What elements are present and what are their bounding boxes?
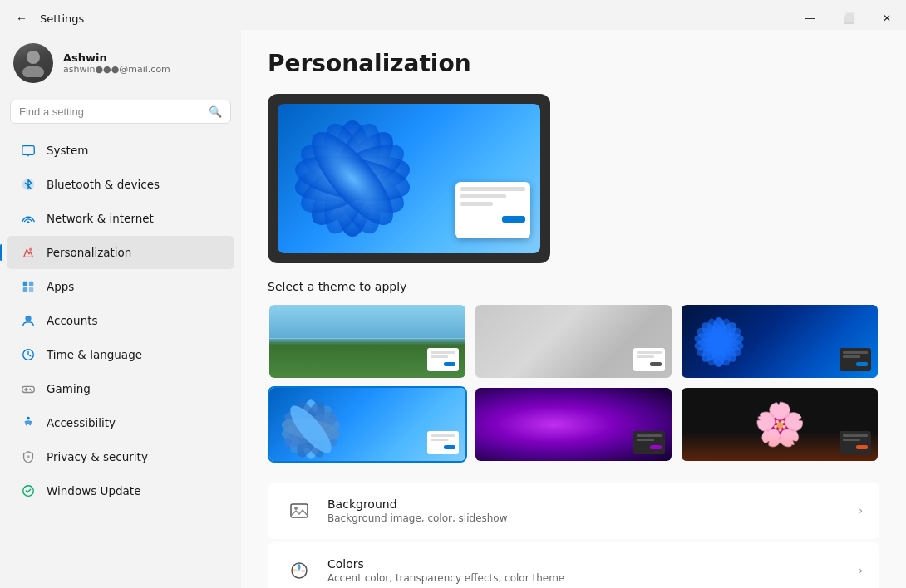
- nav-label-update: Windows Update: [47, 484, 140, 497]
- nav-accessibility[interactable]: Accessibility: [7, 406, 234, 439]
- titlebar-left: ← Settings: [0, 7, 84, 30]
- theme-gray[interactable]: [474, 303, 673, 380]
- svg-point-19: [27, 417, 30, 420]
- nav-label-privacy: Privacy & security: [47, 450, 148, 463]
- update-icon: [20, 483, 37, 499]
- user-section: Ashwin ashwin●●●@mail.com: [0, 37, 241, 96]
- main-content: Personalization: [241, 30, 906, 588]
- restore-button[interactable]: ⬜: [830, 5, 868, 32]
- window-controls: — ⬜ ✕: [791, 5, 906, 32]
- background-chevron: ›: [859, 505, 863, 517]
- bloom-decoration: [278, 104, 436, 253]
- user-name: Ashwin: [63, 51, 170, 64]
- svg-point-18: [31, 390, 32, 391]
- settings-background[interactable]: Background Background image, color, slid…: [268, 483, 879, 539]
- colors-subtitle: Accent color, transparency effects, colo…: [327, 572, 845, 584]
- colors-text: Colors Accent color, transparency effect…: [327, 557, 845, 584]
- preview-line-1: [460, 187, 525, 191]
- accounts-icon: [20, 312, 37, 329]
- avatar: [13, 43, 53, 83]
- nav-personalization[interactable]: Personalization: [7, 236, 234, 269]
- gray-window: [633, 348, 665, 371]
- nav-label-system: System: [47, 144, 88, 157]
- avatar-image: [13, 43, 53, 83]
- svg-point-7: [29, 248, 32, 252]
- themes-grid: 🌸: [268, 303, 879, 463]
- nav-privacy[interactable]: Privacy & security: [7, 440, 234, 473]
- user-email: ashwin●●●@mail.com: [63, 64, 170, 75]
- svg-point-17: [29, 389, 31, 390]
- search-input[interactable]: [19, 105, 202, 118]
- nav-network[interactable]: Network & internet: [7, 202, 234, 235]
- nav-label-accessibility: Accessibility: [47, 416, 116, 429]
- blue-dark-window: [840, 348, 871, 371]
- svg-rect-11: [29, 287, 33, 292]
- background-title: Background: [327, 497, 845, 511]
- theme-flowers[interactable]: 🌸: [680, 386, 879, 463]
- purple-window: [633, 431, 665, 454]
- back-button[interactable]: ←: [10, 7, 33, 30]
- accessibility-icon: [20, 414, 37, 431]
- sidebar: Ashwin ashwin●●●@mail.com 🔍 System Blue: [0, 30, 241, 588]
- page-title: Personalization: [268, 50, 879, 77]
- gaming-icon: [20, 380, 37, 397]
- nav-label-apps: Apps: [47, 280, 74, 293]
- nav-gaming[interactable]: Gaming: [7, 372, 234, 405]
- user-info: Ashwin ashwin●●●@mail.com: [63, 51, 170, 75]
- theme-purple[interactable]: [474, 386, 673, 463]
- theme-blue-dark[interactable]: [680, 303, 879, 380]
- nav-accounts[interactable]: Accounts: [7, 304, 234, 337]
- colors-icon: [284, 556, 314, 586]
- background-icon: [284, 496, 314, 526]
- svg-point-50: [294, 507, 298, 510]
- landscape-window: [427, 348, 459, 371]
- settings-colors[interactable]: Colors Accent color, transparency effect…: [268, 542, 879, 588]
- search-icon: 🔍: [209, 105, 222, 118]
- preview-line-2: [460, 194, 506, 198]
- theme-section-label: Select a theme to apply: [268, 280, 879, 293]
- svg-point-0: [27, 51, 40, 64]
- background-text: Background Background image, color, slid…: [327, 497, 845, 524]
- svg-rect-9: [29, 282, 33, 286]
- theme-preview: [268, 94, 550, 263]
- flowers-window: [840, 431, 871, 454]
- nav-update[interactable]: Windows Update: [7, 474, 234, 507]
- preview-button: [502, 216, 525, 223]
- svg-point-20: [27, 455, 30, 458]
- nav-label-network: Network & internet: [47, 212, 154, 225]
- background-subtitle: Background image, color, slideshow: [327, 512, 845, 524]
- preview-window: [455, 182, 530, 238]
- nav-system[interactable]: System: [7, 134, 234, 167]
- personalization-icon: [20, 244, 37, 261]
- settings-list: Background Background image, color, slid…: [268, 483, 879, 588]
- svg-rect-10: [23, 287, 27, 292]
- nav-label-personalization: Personalization: [47, 246, 131, 259]
- colors-title: Colors: [327, 557, 845, 571]
- nav-time[interactable]: Time & language: [7, 338, 234, 371]
- privacy-icon: [20, 448, 37, 465]
- svg-rect-2: [22, 146, 34, 155]
- nav-apps[interactable]: Apps: [7, 270, 234, 303]
- bluetooth-icon: [20, 176, 37, 193]
- nav-bluetooth[interactable]: Bluetooth & devices: [7, 168, 234, 201]
- system-icon: [20, 142, 37, 159]
- titlebar: ← Settings — ⬜ ✕: [0, 0, 906, 30]
- svg-point-12: [25, 316, 31, 321]
- theme-landscape[interactable]: [268, 303, 467, 380]
- nav-label-time: Time & language: [47, 348, 142, 361]
- colors-chevron: ›: [859, 565, 863, 576]
- theme-preview-display: [278, 104, 540, 253]
- apps-icon: [20, 278, 37, 295]
- svg-point-1: [22, 66, 44, 77]
- preview-line-3: [460, 202, 493, 206]
- theme-win11[interactable]: [268, 386, 467, 463]
- minimize-button[interactable]: —: [791, 5, 830, 32]
- time-icon: [20, 346, 37, 363]
- network-icon: [20, 210, 37, 227]
- nav-label-gaming: Gaming: [47, 382, 91, 395]
- close-button[interactable]: ✕: [868, 5, 906, 32]
- svg-rect-8: [23, 282, 27, 286]
- app-body: Ashwin ashwin●●●@mail.com 🔍 System Blue: [0, 30, 906, 588]
- win11-window: [427, 431, 459, 454]
- search-box[interactable]: 🔍: [10, 100, 231, 124]
